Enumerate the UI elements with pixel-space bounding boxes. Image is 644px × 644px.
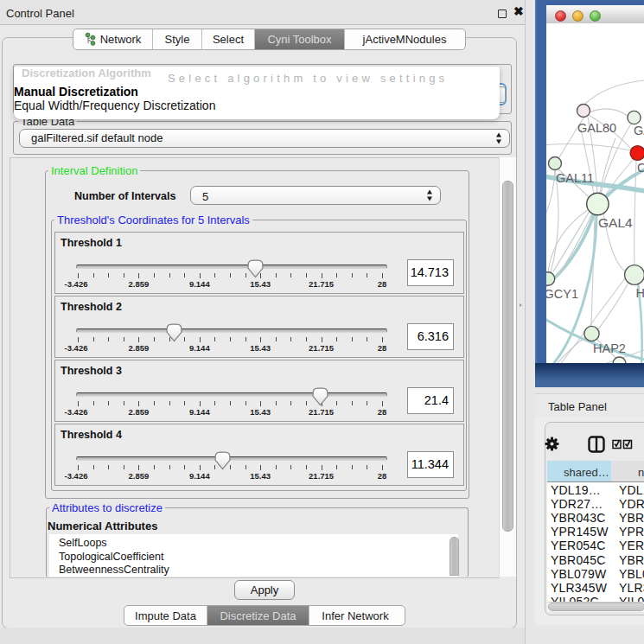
svg-text:GAL80: GAL80 bbox=[577, 121, 616, 135]
svg-text:C: C bbox=[637, 161, 644, 175]
svg-text:GAL4: GAL4 bbox=[598, 215, 633, 230]
svg-text:GCY1: GCY1 bbox=[546, 287, 578, 301]
svg-text:HAP2: HAP2 bbox=[593, 341, 626, 355]
svg-text:GAL11: GAL11 bbox=[556, 171, 594, 185]
svg-text:H: H bbox=[636, 286, 644, 300]
svg-text:GA: GA bbox=[634, 124, 644, 137]
